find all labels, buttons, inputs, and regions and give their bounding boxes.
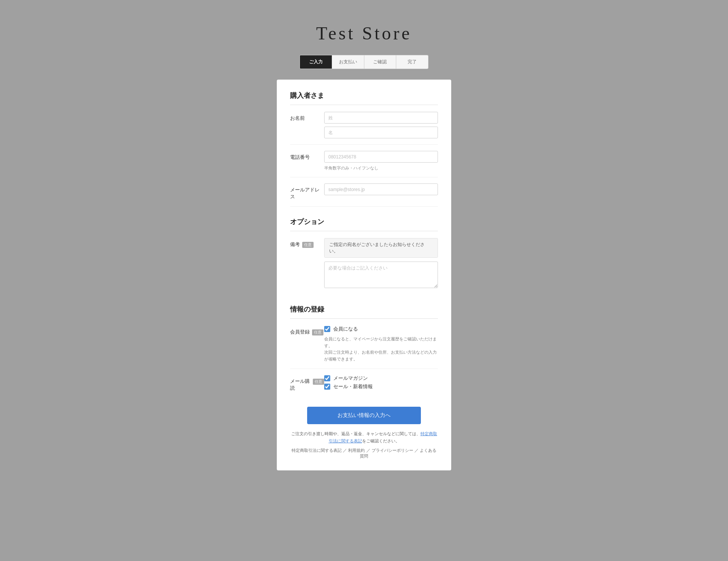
email-input[interactable] [324,183,438,195]
email-row: メールアドレス [290,183,438,207]
sale-info-item: セール・新着情報 [324,383,438,390]
phone-hint: 半角数字のみ・ハイフンなし [324,165,438,171]
submit-button[interactable]: お支払い情報の入力へ [307,407,421,424]
email-inputs [324,183,438,195]
step-input[interactable]: ご入力 [300,55,332,69]
footer-links: 特定商取引法に関する表記 ／ 利用規約 ／ プライバシーポリシー ／ よくある質… [290,448,438,459]
member-checkbox-label[interactable]: 会員になる [333,326,358,332]
phone-inputs: 半角数字のみ・ハイフンなし [324,151,438,171]
phone-label: 電話番号 [290,151,324,161]
備考-optional-badge: 任意 [302,242,314,248]
email-label: メールアドレス [290,183,324,200]
footer-link-privacy[interactable]: プライバシーポリシー [372,448,413,453]
備考-inputs: ご指定の宛名がございましたらお知らせください。 [324,238,438,288]
member-checkbox[interactable] [324,326,330,332]
mail-label: メール購読 任意 [290,375,324,392]
buyer-section-title: 購入者さま [290,91,438,105]
member-checkbox-item: 会員になる [324,326,438,332]
phone-row: 電話番号 半角数字のみ・ハイフンなし [290,151,438,177]
備考-textarea[interactable] [324,262,438,288]
mail-row: メール購読 任意 メールマガジン セール・新着情報 [290,375,438,398]
member-row: 会員登録 任意 会員になる 会員になると、マイページから注文履歴をご確認いただけ… [290,326,438,369]
mail-magazine-label[interactable]: メールマガジン [333,375,368,382]
sale-info-checkbox[interactable] [324,384,330,390]
member-optional-badge: 任意 [312,329,323,335]
footer-link-tokutei[interactable]: 特定商取引法に関する表記 [292,448,342,453]
registration-section-title: 情報の登録 [290,305,438,319]
mail-optional-badge: 任意 [313,379,324,385]
footer-link-terms[interactable]: 利用規約 [348,448,365,453]
mail-magazine-item: メールマガジン [324,375,438,382]
submit-area: お支払い情報の入力へ [290,407,438,424]
sale-info-label[interactable]: セール・新着情報 [333,383,373,390]
step-complete: 完了 [396,55,428,69]
name-last-input[interactable] [324,127,438,138]
stepper: ご入力 お支払い ご確認 完了 [300,55,428,69]
mail-magazine-checkbox[interactable] [324,375,330,381]
phone-input[interactable] [324,151,438,163]
page-title: Test Store [316,23,412,44]
step-payment: お支払い [332,55,364,69]
footer-note: ご注文の引き渡し時期や、返品・返金、キャンセルなどに関しては、特定商取引法に関す… [290,430,438,444]
mail-inputs: メールマガジン セール・新着情報 [324,375,438,390]
備考-row: 備考 任意 ご指定の宛名がございましたらお知らせください。 [290,238,438,294]
name-label: お名前 [290,112,324,122]
form-card: 購入者さま お名前 電話番号 半角数字のみ・ハイフンなし メールアドレス オプシ… [277,80,451,470]
備考-label: 備考 任意 [290,238,324,248]
member-label: 会員登録 任意 [290,326,324,335]
member-desc: 会員になると、マイページから注文履歴をご確認いただけます。 次回ご注文時より、お… [324,336,438,362]
name-first-input[interactable] [324,112,438,124]
name-inputs [324,112,438,138]
備考-info: ご指定の宛名がございましたらお知らせください。 [324,238,438,258]
member-inputs: 会員になる 会員になると、マイページから注文履歴をご確認いただけます。 次回ご注… [324,326,438,362]
options-section-title: オプション [290,217,438,231]
step-confirm: ご確認 [364,55,397,69]
name-row: お名前 [290,112,438,145]
